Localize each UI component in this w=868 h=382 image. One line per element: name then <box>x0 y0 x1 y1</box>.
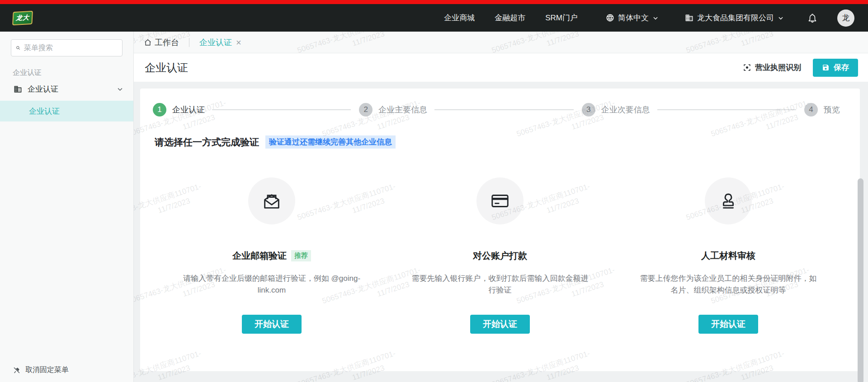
business-license-ocr-label: 营业执照识别 <box>755 62 801 73</box>
save-button[interactable]: 保存 <box>813 59 858 77</box>
scan-icon <box>743 63 751 72</box>
method-manual-review: 人工材料审核 需要上传您作为该企业员工的相关身份证明附件，如名片、组织架构信息或… <box>620 177 837 334</box>
verify-heading: 请选择任一方式完成验证 验证通过还需继续完善其他企业信息 <box>155 135 848 149</box>
stepper: 1 企业认证 2 企业主要信息 3 企业次要信息 4 <box>153 103 847 116</box>
tab-enterprise-cert-label: 企业认证 <box>199 37 232 48</box>
method-title: 人工材料审核 <box>701 250 755 262</box>
verify-heading-note: 验证通过还需继续完善其他企业信息 <box>265 135 396 149</box>
stamp-icon <box>718 191 739 211</box>
home-icon <box>144 38 152 47</box>
menu-search-input[interactable] <box>24 44 118 52</box>
tab-workbench-label: 工作台 <box>155 37 179 48</box>
method-icon-circle <box>705 177 752 224</box>
step-2-main-info: 2 企业主要信息 <box>359 103 434 116</box>
method-description: 请输入带有企业后缀的邮箱进行验证，例如 @going-link.com <box>181 273 362 297</box>
method-title: 企业邮箱验证 <box>232 250 287 262</box>
bank-card-icon <box>490 191 510 211</box>
tab-close-icon[interactable]: × <box>236 38 241 47</box>
start-cert-button-manual[interactable]: 开始认证 <box>698 315 758 334</box>
method-description: 需要上传您作为该企业员工的相关身份证明附件，如名片、组织架构信息或授权证明等 <box>638 273 819 297</box>
nav-link-finance-market[interactable]: 金融超市 <box>495 13 525 23</box>
method-description: 需要先输入银行账户，收到打款后需输入回款金额进行验证 <box>410 273 590 297</box>
top-navbar: 龙大 企业商城 金融超市 SRM门户 简体中文 龙大食品集团有限公司 龙 <box>0 4 868 32</box>
step-3-label: 企业次要信息 <box>601 104 650 115</box>
start-cert-button-email[interactable]: 开始认证 <box>242 315 302 334</box>
method-bank-transfer: 对公账户打款 需要先输入银行账户，收到打款后需输入回款金额进行验证 开始认证 <box>392 177 609 334</box>
unpin-menu-button[interactable]: 取消固定菜单 <box>13 365 69 375</box>
tab-strip: 工作台 企业认证 × <box>134 32 868 53</box>
content-wrap: 1 企业认证 2 企业主要信息 3 企业次要信息 4 <box>134 82 868 382</box>
notifications-bell-icon[interactable] <box>807 13 817 23</box>
logo-text: 龙大 <box>15 14 29 23</box>
verification-methods: 企业邮箱验证 推荐 请输入带有企业后缀的邮箱进行验证，例如 @going-lin… <box>152 177 848 334</box>
sidebar: 企业认证 企业认证 企业认证 取消固定菜单 <box>0 32 134 382</box>
chevron-down-icon <box>652 15 659 21</box>
step-1-enterprise-cert: 1 企业认证 <box>153 103 212 116</box>
language-label: 简体中文 <box>618 13 649 23</box>
sidebar-group-label: 企业认证 <box>13 68 133 78</box>
company-name-label: 龙大食品集团有限公司 <box>697 13 774 23</box>
vertical-scrollbar[interactable] <box>858 178 863 382</box>
page-header: 企业认证 营业执照识别 保存 <box>134 53 868 82</box>
method-icon-circle <box>248 177 295 224</box>
nav-link-srm-portal[interactable]: SRM门户 <box>545 13 578 23</box>
sidebar-item-enterprise-cert[interactable]: 企业认证 <box>0 78 133 101</box>
open-mail-icon <box>261 191 282 211</box>
start-cert-button-bank[interactable]: 开始认证 <box>470 315 530 334</box>
sidebar-subitem-enterprise-cert[interactable]: 企业认证 <box>0 101 133 121</box>
tab-divider <box>189 38 189 47</box>
sidebar-subitem-label: 企业认证 <box>29 106 60 116</box>
step-4-preview: 4 预览 <box>804 103 847 116</box>
business-license-ocr-button[interactable]: 营业执照识别 <box>743 62 801 73</box>
avatar-text: 龙 <box>842 13 850 23</box>
unpin-menu-label: 取消固定菜单 <box>25 365 69 375</box>
sidebar-item-label: 企业认证 <box>28 84 58 94</box>
step-connector <box>212 109 351 110</box>
search-icon <box>16 44 20 52</box>
bell-icon <box>807 13 817 23</box>
step-connector <box>657 109 796 110</box>
tab-workbench[interactable]: 工作台 <box>144 37 179 48</box>
main-area: 工作台 企业认证 × 企业认证 营业执照识别 保存 <box>134 32 868 382</box>
method-title: 对公账户打款 <box>473 250 527 262</box>
pin-slash-icon <box>13 366 21 374</box>
chevron-down-icon <box>778 15 784 21</box>
content-card: 1 企业认证 2 企业主要信息 3 企业次要信息 4 <box>140 89 860 371</box>
user-avatar[interactable]: 龙 <box>837 9 854 27</box>
top-red-strip <box>0 0 868 4</box>
globe-icon <box>606 14 614 22</box>
step-2-label: 企业主要信息 <box>378 104 427 115</box>
nav-link-enterprise-mall[interactable]: 企业商城 <box>444 13 475 23</box>
building-icon <box>685 14 693 22</box>
step-4-number: 4 <box>804 103 818 116</box>
step-1-label: 企业认证 <box>172 104 205 115</box>
building-icon <box>14 85 22 93</box>
step-1-number: 1 <box>153 103 166 116</box>
company-selector[interactable]: 龙大食品集团有限公司 <box>685 13 784 23</box>
tab-enterprise-cert[interactable]: 企业认证 × <box>199 37 241 48</box>
save-icon <box>822 64 830 71</box>
save-button-label: 保存 <box>834 62 849 73</box>
verify-heading-title: 请选择任一方式完成验证 <box>155 136 259 149</box>
language-selector[interactable]: 简体中文 <box>606 13 659 23</box>
chevron-down-icon <box>117 86 123 93</box>
step-connector <box>434 109 573 110</box>
step-2-number: 2 <box>359 103 373 116</box>
method-email-verification: 企业邮箱验证 推荐 请输入带有企业后缀的邮箱进行验证，例如 @going-lin… <box>163 177 380 334</box>
page-title: 企业认证 <box>145 61 188 75</box>
step-3-number: 3 <box>582 103 595 116</box>
step-3-secondary-info: 3 企业次要信息 <box>582 103 657 116</box>
recommended-badge: 推荐 <box>291 250 311 261</box>
menu-search-box[interactable] <box>11 39 123 56</box>
company-logo[interactable]: 龙大 <box>12 10 33 25</box>
step-4-label: 预览 <box>824 104 840 115</box>
method-icon-circle <box>476 177 524 224</box>
